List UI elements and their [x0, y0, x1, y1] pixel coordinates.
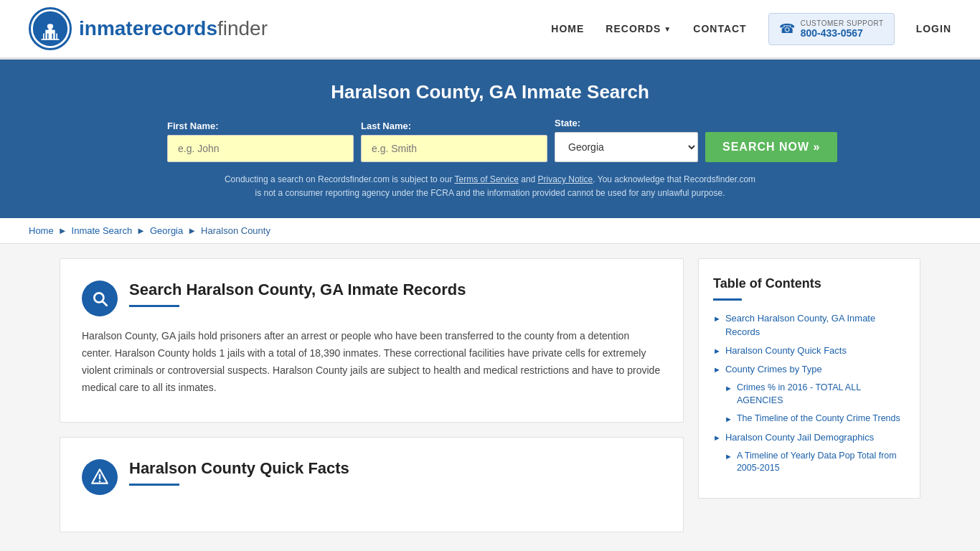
nav-contact[interactable]: CONTACT: [693, 23, 746, 34]
breadcrumb-inmate-search[interactable]: Inmate Search: [72, 225, 133, 236]
disclaimer-text: Conducting a search on Recordsfinder.com…: [221, 173, 759, 200]
svg-rect-5: [42, 39, 60, 40]
toc-link-timeline[interactable]: ► The Timeline of the County Crime Trend…: [725, 413, 905, 425]
toc-link-crimes[interactable]: ► County Crimes by Type: [713, 363, 905, 376]
toc-sublist: ► Crimes % in 2016 - TOTAL ALL AGENCIES …: [713, 382, 905, 425]
toc-label-5: Haralson County Jail Demographics: [725, 431, 874, 444]
toc-label-3: Crimes % in 2016 - TOTAL ALL AGENCIES: [737, 382, 905, 407]
toc-divider: [713, 298, 742, 301]
chevron-right-icon: ►: [725, 451, 732, 462]
first-name-input[interactable]: [167, 135, 354, 162]
headset-icon: ☎: [779, 21, 795, 37]
state-select[interactable]: Georgia Alabama Florida Tennessee: [555, 132, 698, 162]
card-header-facts: Haralson County Quick Facts: [82, 459, 661, 495]
svg-rect-8: [52, 34, 54, 39]
facts-card-icon: [82, 459, 118, 495]
toc-link-yearly[interactable]: ► A Timeline of Yearly Data Pop Total fr…: [725, 450, 905, 475]
last-name-input[interactable]: [361, 135, 547, 162]
svg-point-11: [99, 480, 101, 482]
svg-point-4: [47, 24, 53, 29]
chevron-right-icon: ►: [713, 433, 721, 443]
toc-title: Table of Contents: [713, 276, 905, 291]
chevron-down-icon: ▼: [664, 25, 672, 33]
state-group: State: Georgia Alabama Florida Tennessee: [555, 118, 698, 162]
breadcrumb-sep-3: ►: [187, 225, 197, 236]
hero-section: Haralson County, GA Inmate Search First …: [0, 60, 980, 218]
card-title-search: Search Haralson County, GA Inmate Record…: [129, 281, 466, 307]
card-title-facts: Haralson County Quick Facts: [129, 459, 349, 486]
site-header: inmaterecordsfinder HOME RECORDS ▼ CONTA…: [0, 0, 980, 60]
support-number: 800-433-0567: [801, 27, 884, 39]
toc-link-facts[interactable]: ► Haralson County Quick Facts: [713, 344, 905, 357]
first-name-group: First Name:: [167, 121, 354, 162]
hero-title: Haralson County, GA Inmate Search: [29, 81, 951, 103]
nav-home[interactable]: HOME: [551, 23, 584, 34]
chevron-right-icon: ►: [713, 314, 721, 324]
toc-card: Table of Contents ► Search Haralson Coun…: [698, 258, 920, 498]
logo-main-text: inmaterecords: [79, 17, 217, 39]
toc-item: ► Haralson County Quick Facts: [713, 344, 905, 357]
search-button[interactable]: SEARCH NOW »: [705, 132, 837, 162]
toc-label-4: The Timeline of the County Crime Trends: [737, 413, 900, 425]
toc-item: ► Crimes % in 2016 - TOTAL ALL AGENCIES: [725, 382, 905, 407]
nav-records-label: RECORDS: [606, 23, 661, 34]
search-icon: [90, 289, 109, 308]
toc-link-demographics[interactable]: ► Haralson County Jail Demographics: [713, 431, 905, 444]
toc-sublist-2: ► A Timeline of Yearly Data Pop Total fr…: [713, 450, 905, 475]
breadcrumb-sep-2: ►: [136, 225, 146, 236]
chevron-right-icon: ►: [725, 414, 732, 425]
toc-label-2: County Crimes by Type: [725, 363, 822, 376]
toc-link-search[interactable]: ► Search Haralson County, GA Inmate Reco…: [713, 312, 905, 338]
quick-facts-title: Haralson County Quick Facts: [129, 459, 349, 478]
toc-list: ► Search Haralson County, GA Inmate Reco…: [713, 312, 905, 474]
first-name-label: First Name:: [167, 121, 354, 131]
support-label: CUSTOMER SUPPORT: [801, 19, 884, 27]
toc-label-1: Haralson County Quick Facts: [725, 344, 847, 357]
privacy-link[interactable]: Privacy Notice: [538, 174, 593, 184]
tos-link[interactable]: Terms of Service: [455, 174, 519, 184]
breadcrumb-home[interactable]: Home: [29, 225, 54, 236]
main-content: Search Haralson County, GA Inmate Record…: [31, 258, 949, 546]
last-name-label: Last Name:: [361, 121, 547, 131]
svg-rect-7: [47, 34, 49, 39]
breadcrumb-georgia[interactable]: Georgia: [150, 225, 183, 236]
support-info: CUSTOMER SUPPORT 800-433-0567: [801, 19, 884, 39]
chevron-right-icon: ►: [725, 383, 732, 394]
main-nav: HOME RECORDS ▼ CONTACT ☎ CUSTOMER SUPPOR…: [551, 13, 951, 45]
login-button[interactable]: LOGIN: [916, 23, 951, 34]
card-header-search: Search Haralson County, GA Inmate Record…: [82, 281, 661, 316]
logo-area: inmaterecordsfinder: [29, 7, 268, 50]
search-form: First Name: Last Name: State: Georgia Al…: [167, 118, 813, 162]
search-records-card: Search Haralson County, GA Inmate Record…: [60, 258, 684, 422]
toc-item: ► Search Haralson County, GA Inmate Reco…: [713, 312, 905, 338]
search-card-title: Search Haralson County, GA Inmate Record…: [129, 281, 466, 299]
logo-text: inmaterecordsfinder: [79, 17, 268, 40]
chevron-right-icon: ►: [713, 346, 721, 357]
last-name-group: Last Name:: [361, 121, 547, 162]
chevron-right-icon: ►: [713, 364, 721, 375]
content-area: Search Haralson County, GA Inmate Record…: [60, 258, 684, 546]
toc-item: ► A Timeline of Yearly Data Pop Total fr…: [725, 450, 905, 475]
search-card-icon: [82, 281, 118, 316]
breadcrumb-sep-1: ►: [58, 225, 67, 236]
logo-icon: [29, 7, 72, 50]
breadcrumb: Home ► Inmate Search ► Georgia ► Haralso…: [0, 218, 980, 244]
nav-records[interactable]: RECORDS ▼: [606, 23, 672, 34]
customer-support-box: ☎ CUSTOMER SUPPORT 800-433-0567: [768, 13, 895, 45]
quick-facts-card: Haralson County Quick Facts: [60, 437, 684, 532]
sidebar: Table of Contents ► Search Haralson Coun…: [698, 258, 920, 546]
logo-finder-text: finder: [217, 17, 268, 39]
title-underline: [129, 305, 179, 307]
search-card-body: Haralson County, GA jails hold prisoners…: [82, 328, 661, 396]
toc-item: ► County Crimes by Type: [713, 363, 905, 376]
toc-item: ► Haralson County Jail Demographics: [713, 431, 905, 444]
svg-rect-2: [45, 30, 55, 34]
breadcrumb-current: Haralson County: [201, 225, 270, 236]
svg-rect-9: [55, 34, 57, 39]
state-label: State:: [555, 118, 698, 128]
toc-item: ► The Timeline of the County Crime Trend…: [725, 413, 905, 425]
toc-link-crimes-2016[interactable]: ► Crimes % in 2016 - TOTAL ALL AGENCIES: [725, 382, 905, 407]
toc-label-6: A Timeline of Yearly Data Pop Total from…: [737, 450, 905, 475]
warning-icon: [90, 468, 109, 486]
svg-rect-6: [44, 34, 46, 39]
